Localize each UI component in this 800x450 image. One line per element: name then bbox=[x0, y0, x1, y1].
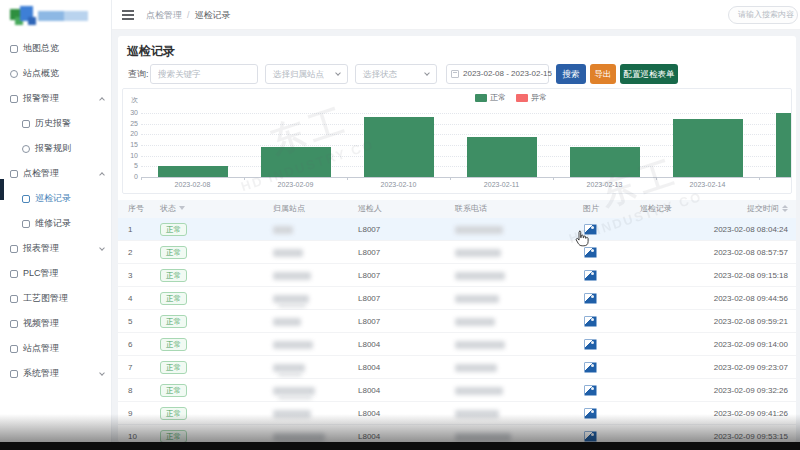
image-thumbnail-icon[interactable] bbox=[584, 293, 597, 304]
status-badge: 正常 bbox=[160, 338, 187, 351]
station-redacted bbox=[273, 295, 309, 303]
global-search-input[interactable]: 请输入搜索内容 bbox=[728, 6, 798, 24]
row-index: 1 bbox=[128, 218, 132, 241]
content-card: 巡检记录 查询: 选择归属站点 选择状态 2023-02-08 - 2023-0… bbox=[118, 36, 796, 442]
row-index: 9 bbox=[128, 402, 132, 425]
y-axis-tick: 30 bbox=[123, 109, 138, 116]
sidebar-item-系统管理[interactable]: 系统管理 bbox=[0, 361, 112, 386]
image-thumbnail-icon[interactable] bbox=[584, 224, 597, 235]
status-badge: 正常 bbox=[160, 361, 187, 374]
status-select[interactable]: 选择状态 bbox=[355, 64, 437, 84]
x-axis-label: 2023-02-14 bbox=[673, 181, 743, 188]
status-cell: 正常 bbox=[160, 241, 187, 264]
legend-swatch bbox=[475, 94, 487, 102]
column-header-联系电话: 联系电话 bbox=[455, 200, 555, 218]
config-inspection-form-button[interactable]: 配置巡检表单 bbox=[620, 64, 678, 84]
column-header-状态[interactable]: 状态 bbox=[160, 200, 230, 218]
sidebar-item-站点管理[interactable]: 站点管理 bbox=[0, 336, 112, 361]
table-row-2[interactable]: 2正常L80072023-02-08 08:57:57 bbox=[118, 241, 796, 264]
keyword-input[interactable] bbox=[150, 64, 258, 84]
image-thumbnail-icon[interactable] bbox=[584, 339, 597, 350]
sidebar-item-视频管理[interactable]: 视频管理 bbox=[0, 311, 112, 336]
app-screen: 地图总览站点概览报警管理历史报警报警规则点检管理巡检记录维修记录报表管理PLC管… bbox=[0, 0, 800, 450]
table-row-10[interactable]: 10正常L80042023-02-09 09:53:15 bbox=[118, 425, 796, 442]
image-thumbnail-icon[interactable] bbox=[584, 270, 597, 281]
status-badge: 正常 bbox=[160, 315, 187, 328]
column-header-序号: 序号 bbox=[128, 200, 154, 218]
breadcrumb-parent[interactable]: 点检管理 bbox=[146, 10, 182, 20]
sidebar-item-工艺图管理[interactable]: 工艺图管理 bbox=[0, 286, 112, 311]
collapse-sidebar-icon[interactable] bbox=[122, 10, 134, 20]
chevron-down-icon[interactable] bbox=[99, 370, 105, 376]
image-thumbnail-icon[interactable] bbox=[584, 362, 597, 373]
table-row-7[interactable]: 7正常L80042023-02-09 09:23:07 bbox=[118, 356, 796, 379]
map-overview-icon bbox=[10, 45, 18, 53]
sidebar-item-label: 报警管理 bbox=[23, 92, 59, 105]
date-range-picker[interactable]: 2023-02-08 - 2023-02-15 bbox=[446, 64, 549, 84]
inspector-cell: L8004 bbox=[358, 356, 380, 379]
legend-item-异常[interactable]: 异常 bbox=[516, 92, 547, 103]
image-thumbnail-icon[interactable] bbox=[584, 316, 597, 327]
status-badge: 正常 bbox=[160, 292, 187, 305]
station-redacted bbox=[278, 303, 306, 308]
sidebar-item-站点概览[interactable]: 站点概览 bbox=[0, 61, 112, 86]
sort-icon[interactable] bbox=[782, 205, 788, 212]
filter-caret-icon[interactable] bbox=[179, 206, 185, 210]
chart-bar-2023-02-10 bbox=[364, 117, 434, 177]
chevron-up-icon[interactable] bbox=[99, 172, 105, 178]
status-badge: 正常 bbox=[160, 384, 187, 397]
image-thumbnail-icon[interactable] bbox=[584, 385, 597, 396]
station-select[interactable]: 选择归属站点 bbox=[265, 64, 348, 84]
table-row-9[interactable]: 9正常L80042023-02-09 09:41:26 bbox=[118, 402, 796, 425]
alarm-rule-icon bbox=[22, 145, 30, 153]
table-row-1[interactable]: 1正常L80072023-02-08 08:04:24 bbox=[118, 218, 796, 241]
submit-time-cell: 2023-02-08 09:44:56 bbox=[670, 287, 788, 310]
image-thumbnail-icon[interactable] bbox=[584, 247, 597, 258]
sidebar-item-报表管理[interactable]: 报表管理 bbox=[0, 236, 112, 261]
y-axis-unit: 次 bbox=[131, 95, 138, 105]
legend-item-正常[interactable]: 正常 bbox=[475, 92, 506, 103]
search-button[interactable]: 搜索 bbox=[556, 64, 586, 84]
plc-management-icon bbox=[10, 270, 18, 278]
sidebar-item-PLC管理[interactable]: PLC管理 bbox=[0, 261, 112, 286]
date-end: 2023-02-15 bbox=[511, 69, 552, 78]
status-cell: 正常 bbox=[160, 333, 187, 356]
sidebar-item-报警规则[interactable]: 报警规则 bbox=[0, 136, 112, 161]
y-axis-tick: 15 bbox=[123, 141, 138, 148]
image-thumbnail-icon[interactable] bbox=[584, 408, 597, 419]
export-button[interactable]: 导出 bbox=[590, 64, 616, 84]
column-header-提交时间[interactable]: 提交时间 bbox=[670, 200, 788, 218]
station-redacted bbox=[278, 395, 312, 400]
submit-time-cell: 2023-02-09 09:23:07 bbox=[670, 356, 788, 379]
x-axis-tick bbox=[244, 177, 246, 180]
row-index: 10 bbox=[128, 425, 137, 442]
status-cell: 正常 bbox=[160, 287, 187, 310]
station-redacted bbox=[273, 226, 293, 234]
table-row-6[interactable]: 6正常L80042023-02-09 09:14:00 bbox=[118, 333, 796, 356]
sidebar-item-历史报警[interactable]: 历史报警 bbox=[0, 111, 112, 136]
inspector-cell: L8004 bbox=[358, 402, 380, 425]
sidebar-item-点检管理[interactable]: 点检管理 bbox=[0, 161, 112, 186]
table-row-3[interactable]: 3正常L80072023-02-08 09:15:18 bbox=[118, 264, 796, 287]
sidebar-item-维修记录[interactable]: 维修记录 bbox=[0, 211, 112, 236]
row-index: 2 bbox=[128, 241, 132, 264]
inspector-cell: L8007 bbox=[358, 241, 380, 264]
row-index: 5 bbox=[128, 310, 132, 333]
submit-time-cell: 2023-02-09 09:14:00 bbox=[670, 333, 788, 356]
sidebar-item-报警管理[interactable]: 报警管理 bbox=[0, 86, 112, 111]
table-row-4[interactable]: 4正常L80072023-02-08 09:44:56 bbox=[118, 287, 796, 310]
sidebar-nav: 地图总览站点概览报警管理历史报警报警规则点检管理巡检记录维修记录报表管理PLC管… bbox=[0, 36, 112, 386]
station-redacted bbox=[273, 341, 313, 349]
chevron-down-icon[interactable] bbox=[99, 245, 105, 251]
sidebar-item-label: PLC管理 bbox=[23, 267, 59, 280]
table-row-8[interactable]: 8正常L80042023-02-09 09:32:26 bbox=[118, 379, 796, 402]
sidebar-item-label: 视频管理 bbox=[23, 317, 59, 330]
sidebar-item-地图总览[interactable]: 地图总览 bbox=[0, 36, 112, 61]
chevron-up-icon[interactable] bbox=[99, 97, 105, 103]
status-select-value: 选择状态 bbox=[363, 69, 397, 79]
table-row-5[interactable]: 5正常L80072023-02-08 09:59:21 bbox=[118, 310, 796, 333]
image-thumbnail-icon[interactable] bbox=[584, 431, 597, 442]
phone-redacted bbox=[455, 295, 499, 303]
station-redacted bbox=[273, 272, 311, 280]
sidebar-item-巡检记录[interactable]: 巡检记录 bbox=[0, 186, 112, 211]
